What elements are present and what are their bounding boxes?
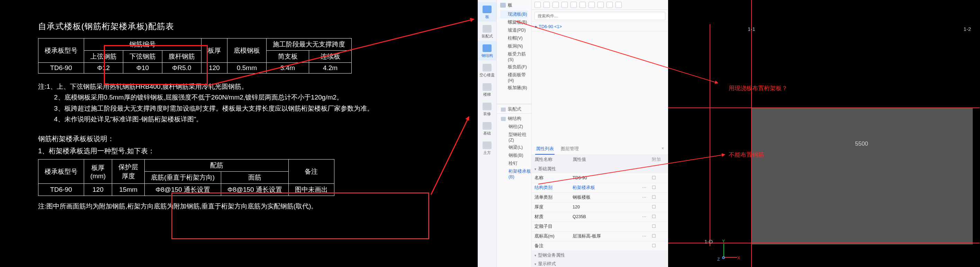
property-row[interactable]: 材质Q235B⋯☐ — [532, 212, 668, 222]
toolbar-icon[interactable] — [535, 2, 541, 8]
property-name: 清单类别 — [532, 193, 570, 202]
toolbar-icon[interactable] — [552, 2, 559, 8]
property-row[interactable]: 厚度120☐ — [532, 203, 668, 212]
annotation-1: 用现浇板布置桁架板？ — [729, 84, 788, 92]
desc-header: 钢筋桁架楼承板板说明： — [38, 134, 440, 144]
mode-header-assembly[interactable]: 装配式 — [497, 104, 531, 114]
app-ui: 板装配式钢结构空心楼盖楼梯装修基础土方 板 现浇板(B)螺旋板(B)坡道(PD)… — [478, 0, 668, 267]
property-value[interactable]: 钢板楼板⋯ — [570, 193, 649, 202]
toolbar-icon[interactable] — [589, 2, 595, 8]
grid-line-h — [668, 243, 980, 243]
palette-item-7[interactable]: 土方 — [478, 138, 496, 157]
slab-type-item[interactable]: 螺旋板(B) — [500, 18, 528, 26]
property-row[interactable]: 名称TD6-90☐ — [532, 173, 668, 183]
steel-item-list: 钢柱(Z)型钢砼柱(Z)钢梁(L)钢板(B)栓钉桁架楼承板(B) — [497, 123, 531, 182]
property-row[interactable]: 清单类别钢板楼板⋯☐ — [532, 193, 668, 203]
palette-item-5[interactable]: 装修 — [478, 99, 496, 118]
prop-group-display[interactable]: 显示样式 — [532, 260, 668, 267]
property-extra[interactable]: ☐ — [649, 173, 668, 183]
toolbar-icon[interactable] — [579, 2, 586, 8]
property-extra[interactable]: ☐ — [649, 241, 668, 251]
palette-icon — [482, 83, 492, 91]
property-extra[interactable]: ☐ — [649, 193, 668, 202]
hdr-thk: 板厚 — [202, 38, 228, 63]
property-row[interactable]: 定额子目☐ — [532, 222, 668, 232]
dropdown-icon[interactable]: ⋯ — [642, 214, 646, 219]
property-value[interactable]: 层顶标高-板厚⋯ — [570, 232, 649, 241]
palette-item-0[interactable]: 板 — [478, 2, 496, 21]
slab-type-item[interactable]: 楼面板带(H) — [500, 71, 528, 84]
hdr-lower: 下弦钢筋 — [123, 51, 162, 63]
palette-item-6[interactable]: 基础 — [478, 118, 496, 138]
palette-item-2[interactable]: 钢结构 — [478, 41, 496, 60]
hdr-simply: 简支板 — [267, 51, 309, 63]
col-prop-extra: 附加 — [649, 155, 668, 165]
grid-label-12: 1-2 — [963, 26, 971, 32]
steel-list-item[interactable]: 钢柱(Z) — [497, 123, 531, 131]
toolbar-icon[interactable] — [606, 2, 613, 8]
hdr-rebar-code: 钢筋编号 — [84, 38, 202, 51]
steel-list-item[interactable]: 钢板(B) — [497, 152, 531, 160]
dropdown-icon[interactable]: ⋯ — [642, 234, 646, 238]
prop-group-basic[interactable]: 基础属性 — [532, 165, 668, 173]
drawing-title: 自承式楼板(钢筋桁架楼承板)配筋表 — [38, 21, 440, 32]
steel-list-item[interactable]: 钢梁(L) — [497, 144, 531, 152]
component-tree-item[interactable]: ▸ TD6-90 <1> — [532, 22, 668, 32]
cad-drawing-panel: 自承式楼板(钢筋桁架楼承板)配筋表 楼承板型号 钢筋编号 板厚 底模钢板 施工阶… — [0, 0, 478, 267]
steel-list-item[interactable]: 栓钉 — [497, 160, 531, 168]
assembly-icon — [501, 107, 506, 112]
slab-section-header: 板 — [500, 2, 528, 8]
property-extra[interactable]: ☐ — [649, 232, 668, 241]
slab-type-item[interactable]: 板受力筋(S) — [500, 50, 528, 63]
property-value[interactable]: Q235B⋯ — [570, 212, 649, 222]
tab-layer-manage[interactable]: 图层管理 — [560, 144, 579, 155]
property-row[interactable]: 底标高(m)层顶标高-板厚⋯☐ — [532, 232, 668, 241]
slab-type-item[interactable]: 板洞(N) — [500, 42, 528, 50]
property-value[interactable]: 120 — [570, 203, 649, 212]
toolbar-icon[interactable] — [598, 2, 604, 8]
component-toolbar — [532, 0, 668, 10]
palette-item-1[interactable]: 装配式 — [478, 21, 496, 41]
desc-line: 1、桁架楼承板选用一种型号,如下表： — [38, 146, 440, 156]
hdr-base: 底模钢板 — [228, 38, 267, 63]
property-row[interactable]: 结构类别桁架楼承板⋯☐ — [532, 183, 668, 193]
dropdown-icon[interactable]: ⋯ — [642, 185, 646, 190]
dropdown-icon[interactable]: ⋯ — [642, 195, 646, 200]
tab-property-list[interactable]: 属性列表 — [535, 144, 555, 155]
col-prop-name: 属性名称 — [532, 155, 570, 165]
dimension-5500: 5500 — [855, 141, 868, 147]
property-name: 厚度 — [532, 203, 570, 212]
steel-icon — [501, 117, 506, 121]
slab-region[interactable] — [751, 107, 973, 245]
steel-section-header[interactable]: 钢结构 — [497, 114, 531, 123]
callout-box-2 — [171, 192, 429, 239]
toolbar-icon[interactable] — [562, 2, 568, 8]
slab-type-item[interactable]: 板加腋(B) — [500, 84, 528, 92]
property-value[interactable] — [570, 222, 649, 231]
slab-type-item[interactable]: 现浇板(B) — [500, 10, 528, 18]
property-extra[interactable]: ☐ — [649, 203, 668, 212]
palette-item-4[interactable]: 楼梯 — [478, 80, 496, 99]
cad-viewport[interactable]: 1-1 1-2 1-D 5500 用现浇板布置桁架板？ 不能布置钢筋 Y X Z — [668, 0, 980, 267]
property-extra[interactable]: ☐ — [649, 212, 668, 222]
prop-group-steel[interactable]: 型钢业务属性 — [532, 251, 668, 260]
property-value[interactable]: TD6-90 — [570, 173, 649, 183]
toolbar-icon[interactable] — [544, 2, 550, 8]
steel-list-item[interactable]: 桁架楼承板(B) — [497, 168, 531, 180]
property-extra[interactable]: ☐ — [649, 183, 668, 192]
steel-list-item[interactable]: 型钢砼柱(Z) — [497, 131, 531, 144]
slab-type-item[interactable]: 柱帽(V) — [500, 34, 528, 42]
palette-icon — [482, 64, 492, 72]
property-value[interactable] — [570, 241, 649, 251]
toolbar-icon[interactable] — [571, 2, 577, 8]
property-extra[interactable]: ☐ — [649, 222, 668, 231]
grid-line-v1 — [751, 0, 752, 267]
toolbar-icon[interactable] — [616, 2, 622, 8]
palette-item-3[interactable]: 空心楼盖 — [478, 60, 496, 80]
property-row[interactable]: 备注☐ — [532, 241, 668, 251]
search-input[interactable] — [535, 12, 665, 20]
slab-type-item[interactable]: 板负筋(F) — [500, 63, 528, 71]
property-value[interactable]: 桁架楼承板⋯ — [570, 183, 649, 192]
close-icon[interactable]: × — [661, 144, 665, 155]
slab-type-item[interactable]: 坡道(PD) — [500, 26, 528, 34]
